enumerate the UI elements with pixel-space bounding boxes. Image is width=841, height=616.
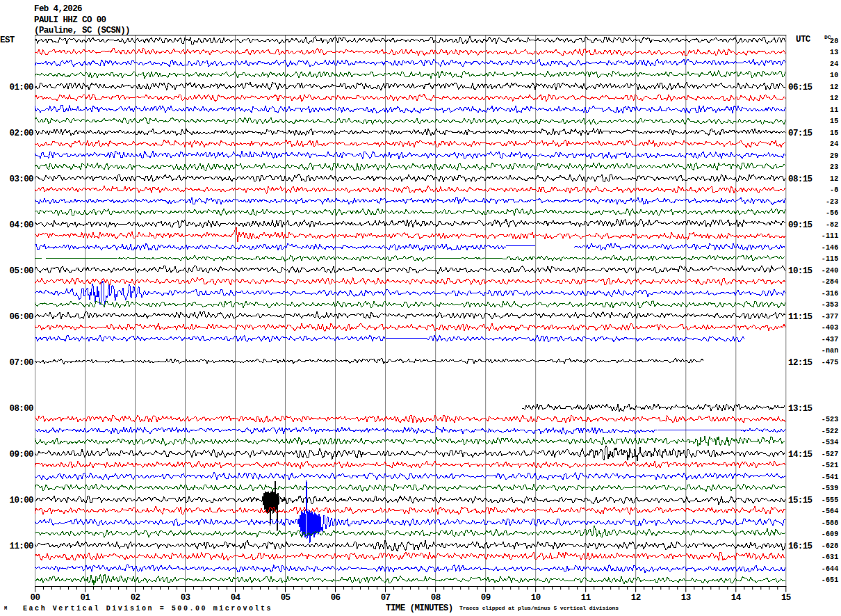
- svg-text:28: 28: [830, 38, 838, 45]
- svg-text:10: 10: [531, 593, 541, 603]
- svg-text:-284: -284: [822, 278, 839, 286]
- svg-text:-588: -588: [822, 519, 839, 527]
- svg-text:-541: -541: [822, 473, 839, 481]
- svg-text:02: 02: [131, 593, 140, 603]
- svg-text:12: 12: [830, 175, 838, 183]
- svg-text:TIME (MINUTES): TIME (MINUTES): [386, 603, 453, 613]
- svg-text:06:00: 06:00: [9, 312, 33, 322]
- svg-text:06:15: 06:15: [788, 83, 813, 92]
- svg-text:09:00: 09:00: [9, 450, 33, 460]
- svg-text:-8: -8: [830, 186, 838, 194]
- svg-text:04: 04: [231, 593, 241, 603]
- svg-text:EST: EST: [0, 35, 15, 45]
- svg-text:-240: -240: [822, 267, 839, 275]
- svg-text:M: M: [4, 606, 7, 611]
- svg-text:-539: -539: [822, 485, 839, 492]
- svg-text:07:15: 07:15: [788, 129, 813, 138]
- svg-text:12: 12: [631, 593, 641, 603]
- svg-text:Traces clipped at plus/minus 5: Traces clipped at plus/minus 5 vertical …: [459, 605, 619, 611]
- svg-text:-111: -111: [822, 232, 839, 240]
- svg-text:-609: -609: [822, 530, 839, 538]
- svg-text:10: 10: [830, 72, 838, 79]
- svg-text:-534: -534: [822, 439, 839, 446]
- svg-text:24: 24: [830, 140, 838, 148]
- svg-text:10:15: 10:15: [788, 266, 813, 276]
- svg-text:-82: -82: [826, 221, 839, 229]
- svg-text:13: 13: [681, 593, 691, 603]
- svg-text:15: 15: [781, 593, 791, 603]
- svg-text:12: 12: [830, 95, 838, 102]
- svg-text:Feb 4,2026: Feb 4,2026: [34, 4, 82, 14]
- svg-text:-523: -523: [822, 416, 839, 423]
- svg-text:06: 06: [331, 593, 341, 603]
- svg-text:13: 13: [830, 49, 838, 56]
- svg-text:05: 05: [281, 593, 291, 603]
- svg-text:23: 23: [830, 163, 838, 171]
- svg-text:14:15: 14:15: [788, 450, 813, 460]
- svg-text:-nan: -nan: [822, 347, 839, 355]
- svg-text:01:00: 01:00: [9, 83, 33, 92]
- svg-text:UTC: UTC: [796, 35, 811, 44]
- svg-text:PAULI HHZ CO 00: PAULI HHZ CO 00: [34, 15, 106, 25]
- svg-text:11:00: 11:00: [9, 542, 33, 551]
- svg-text:10:00: 10:00: [9, 496, 33, 505]
- svg-text:13:15: 13:15: [788, 404, 813, 414]
- svg-text:-628: -628: [822, 542, 839, 550]
- svg-text:09:15: 09:15: [788, 220, 813, 230]
- svg-text:-437: -437: [822, 336, 839, 343]
- svg-text:05:00: 05:00: [9, 266, 33, 276]
- svg-text:11: 11: [830, 106, 838, 114]
- svg-text:15: 15: [830, 129, 838, 137]
- svg-text:-56: -56: [826, 209, 839, 217]
- svg-text:-644: -644: [822, 565, 839, 573]
- svg-text:11:15: 11:15: [788, 312, 813, 322]
- svg-text:11: 11: [581, 593, 591, 603]
- svg-text:12:15: 12:15: [788, 358, 813, 368]
- svg-text:-527: -527: [822, 451, 839, 458]
- svg-text:08:00: 08:00: [9, 404, 33, 414]
- svg-text:03:00: 03:00: [9, 175, 33, 184]
- svg-text:29: 29: [830, 152, 838, 160]
- svg-text:-564: -564: [822, 508, 839, 515]
- svg-text:24: 24: [830, 60, 838, 68]
- svg-text:02:00: 02:00: [9, 129, 33, 138]
- svg-text:07: 07: [381, 593, 391, 603]
- svg-text:-475: -475: [822, 359, 839, 366]
- svg-text:09: 09: [481, 593, 491, 603]
- svg-text:08: 08: [431, 593, 441, 603]
- svg-text:Each Vertical Division = 500.: Each Vertical Division = 500.00 microvol…: [23, 605, 272, 613]
- svg-text:-353: -353: [822, 301, 839, 309]
- svg-text:-522: -522: [822, 428, 839, 435]
- svg-text:-631: -631: [822, 553, 839, 561]
- svg-text:08:15: 08:15: [788, 175, 813, 184]
- svg-text:-403: -403: [822, 324, 839, 332]
- svg-text:-23: -23: [826, 198, 839, 206]
- svg-text:(Pauline, SC (SCSN)): (Pauline, SC (SCSN)): [34, 26, 130, 35]
- svg-text:01: 01: [81, 593, 90, 603]
- svg-text:-115: -115: [822, 255, 839, 263]
- svg-text:04:00: 04:00: [9, 220, 33, 230]
- svg-text:07:00: 07:00: [9, 358, 33, 368]
- svg-text:-555: -555: [822, 496, 839, 504]
- svg-text:16:15: 16:15: [788, 542, 813, 551]
- svg-text:-316: -316: [822, 290, 839, 298]
- svg-text:12: 12: [830, 83, 838, 91]
- svg-text:-521: -521: [822, 462, 839, 469]
- svg-text:00: 00: [31, 593, 40, 603]
- svg-text:03: 03: [181, 593, 190, 603]
- svg-text:-651: -651: [822, 576, 839, 584]
- svg-text:15: 15: [830, 117, 838, 125]
- svg-text:14: 14: [731, 593, 742, 603]
- svg-text:-377: -377: [822, 313, 839, 321]
- svg-text:15:15: 15:15: [788, 496, 813, 505]
- svg-text:-146: -146: [822, 244, 839, 252]
